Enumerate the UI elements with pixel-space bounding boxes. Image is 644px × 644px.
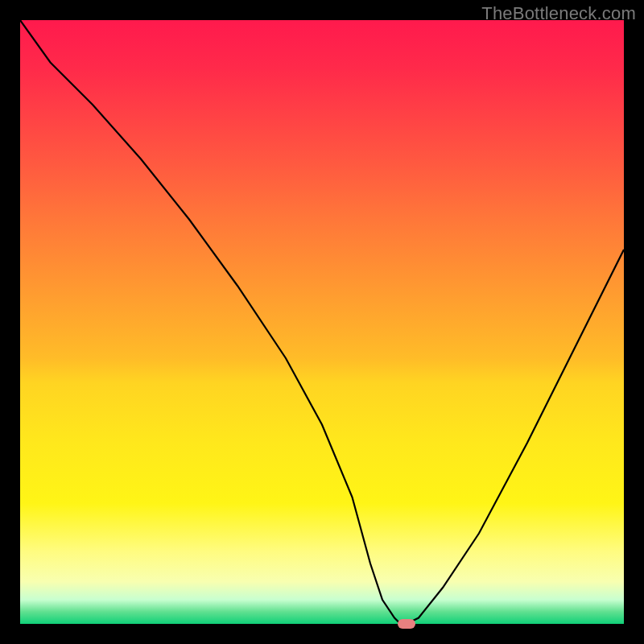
plot-gradient-background [20,20,624,624]
watermark-text: TheBottleneck.com [481,3,636,24]
optimal-marker [398,619,415,629]
chart-container: TheBottleneck.com [0,0,644,644]
